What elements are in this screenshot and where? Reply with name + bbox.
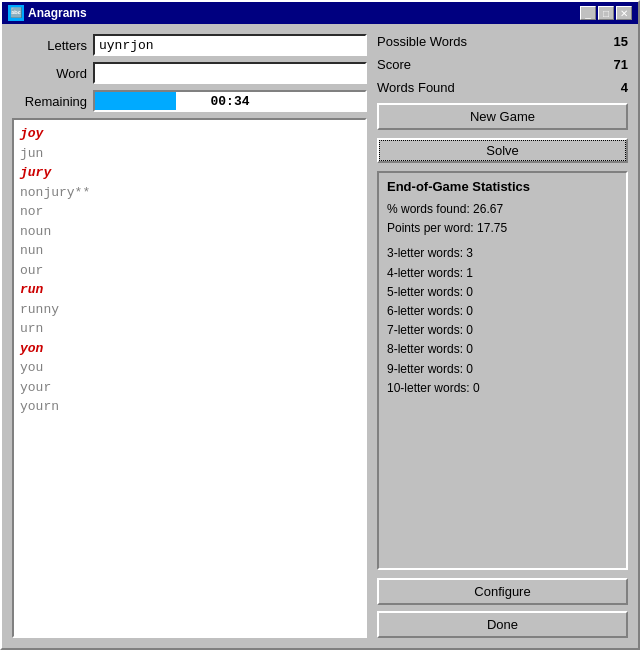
word-input[interactable] bbox=[93, 62, 367, 84]
words-found-row: Words Found 4 bbox=[377, 80, 628, 95]
words-found-value: 4 bbox=[621, 80, 628, 95]
list-item: nun bbox=[20, 241, 359, 261]
stat-7letter: 7-letter words: 0 bbox=[387, 321, 618, 340]
list-item: jun bbox=[20, 144, 359, 164]
timer-minutes: 00 bbox=[210, 94, 226, 109]
timer-progress-bar: 00:34 bbox=[93, 90, 367, 112]
list-item: joy bbox=[20, 124, 359, 144]
main-window: 🔤 Anagrams _ □ ✕ Letters Word Remai bbox=[0, 0, 640, 650]
new-game-button[interactable]: New Game bbox=[377, 103, 628, 130]
stat-8letter: 8-letter words: 0 bbox=[387, 340, 618, 359]
list-item: our bbox=[20, 261, 359, 281]
timer-seconds: 34 bbox=[234, 94, 250, 109]
stat-9letter: 9-letter words: 0 bbox=[387, 360, 618, 379]
solve-button[interactable]: Solve bbox=[377, 138, 628, 163]
list-item: noun bbox=[20, 222, 359, 242]
bottom-buttons: Configure Done bbox=[377, 578, 628, 638]
words-found-label: Words Found bbox=[377, 80, 455, 95]
remaining-row: Remaining 00:34 bbox=[12, 90, 367, 112]
timer-text: 00:34 bbox=[95, 92, 365, 110]
stat-10letter: 10-letter words: 0 bbox=[387, 379, 618, 398]
stat-4letter: 4-letter words: 1 bbox=[387, 264, 618, 283]
percent-found: % words found: 26.67 bbox=[387, 200, 618, 219]
maximize-button[interactable]: □ bbox=[598, 6, 614, 20]
score-label: Score bbox=[377, 57, 411, 72]
list-item: urn bbox=[20, 319, 359, 339]
list-item: yourn bbox=[20, 397, 359, 417]
stats-box: End-of-Game Statistics % words found: 26… bbox=[377, 171, 628, 570]
list-item: you bbox=[20, 358, 359, 378]
stat-5letter: 5-letter words: 0 bbox=[387, 283, 618, 302]
list-item: your bbox=[20, 378, 359, 398]
stat-6letter: 6-letter words: 0 bbox=[387, 302, 618, 321]
score-value: 71 bbox=[614, 57, 628, 72]
minimize-button[interactable]: _ bbox=[580, 6, 596, 20]
title-bar: 🔤 Anagrams _ □ ✕ bbox=[2, 2, 638, 24]
done-button[interactable]: Done bbox=[377, 611, 628, 638]
close-button[interactable]: ✕ bbox=[616, 6, 632, 20]
remaining-label: Remaining bbox=[12, 94, 87, 109]
title-buttons: _ □ ✕ bbox=[580, 6, 632, 20]
list-item: run bbox=[20, 280, 359, 300]
right-panel: Possible Words 15 Score 71 Words Found 4… bbox=[377, 34, 628, 638]
list-item: runny bbox=[20, 300, 359, 320]
letters-label: Letters bbox=[12, 38, 87, 53]
word-row: Word bbox=[12, 62, 367, 84]
word-label: Word bbox=[12, 66, 87, 81]
score-row: Score 71 bbox=[377, 57, 628, 72]
letters-row: Letters bbox=[12, 34, 367, 56]
timer-colon: : bbox=[226, 94, 234, 109]
content-area: Letters Word Remaining 00:34 joyjunjuryn… bbox=[2, 24, 638, 648]
points-per-word: Points per word: 17.75 bbox=[387, 219, 618, 238]
configure-button[interactable]: Configure bbox=[377, 578, 628, 605]
stats-title: End-of-Game Statistics bbox=[387, 179, 618, 194]
left-panel: Letters Word Remaining 00:34 joyjunjuryn… bbox=[12, 34, 367, 638]
possible-words-value: 15 bbox=[614, 34, 628, 49]
possible-words-row: Possible Words 15 bbox=[377, 34, 628, 49]
stat-3letter: 3-letter words: 3 bbox=[387, 244, 618, 263]
list-item: nor bbox=[20, 202, 359, 222]
title-bar-left: 🔤 Anagrams bbox=[8, 5, 87, 21]
list-item: nonjury** bbox=[20, 183, 359, 203]
list-item: jury bbox=[20, 163, 359, 183]
possible-words-label: Possible Words bbox=[377, 34, 467, 49]
word-list: joyjunjurynonjury**nornounnunourrunrunny… bbox=[12, 118, 367, 638]
app-icon: 🔤 bbox=[8, 5, 24, 21]
letters-input[interactable] bbox=[93, 34, 367, 56]
list-item: yon bbox=[20, 339, 359, 359]
window-title: Anagrams bbox=[28, 6, 87, 20]
